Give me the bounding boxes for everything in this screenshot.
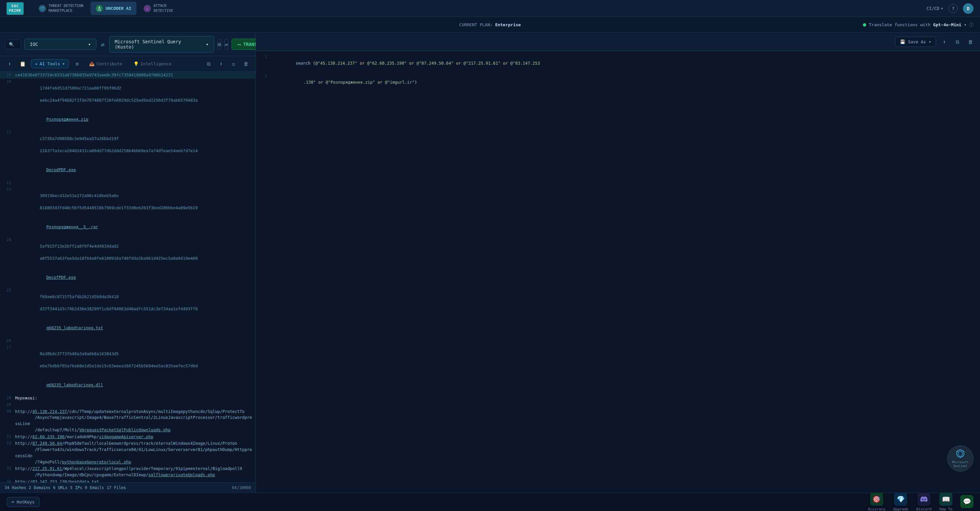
table-row: 25 f69ae6c871575af4b262145b8da36418 d37f…	[0, 287, 256, 319]
plan-label: CURRENT PLAN:	[459, 22, 493, 27]
plan-name: Enterprise	[495, 22, 521, 27]
char-count: 64/10000	[232, 486, 251, 490]
settings-button[interactable]: ⚙	[218, 39, 221, 50]
ips-count: 5	[70, 486, 73, 490]
left-delete-button[interactable]: 🗑	[241, 59, 251, 69]
ai-icon: ✦	[35, 61, 38, 66]
discord-action[interactable]: Discord	[916, 493, 931, 511]
table-row: 30 http://45.130.214.237/cdn/7Temp/updat…	[0, 408, 256, 434]
left-copy-button[interactable]: ⧉	[204, 59, 213, 69]
table-row: DecofPDF.exe	[0, 268, 256, 287]
howto-label: How To	[939, 507, 953, 511]
table-row: q68235_labodtarinog.dll	[0, 376, 256, 395]
main-layout: 🔍 IOC ▾ ⇄ Microsoft Sentinel Query (Kust…	[0, 33, 980, 493]
extra-settings-button[interactable]: ⇌	[224, 39, 228, 50]
nav-item-attack[interactable]: ⚔ ATTACK DETECTIVE	[138, 2, 178, 15]
ai-tools-label: AI Tools	[40, 61, 60, 66]
left-share-button[interactable]: ⬆	[216, 59, 226, 69]
table-row: 20 17d4fe6d51d7500ac721aa08ff95f06d2 eeb…	[0, 79, 256, 110]
emails-count: 0	[85, 486, 87, 490]
right-upload-button[interactable]: ⬆	[939, 37, 949, 47]
left-filter-button[interactable]: ⚖	[229, 59, 239, 69]
keyboard-icon: ⌨	[11, 500, 14, 505]
table-row: DecodPDF.exe	[0, 161, 256, 180]
hotkeys-button[interactable]: ⌨ HotKeys	[6, 497, 40, 507]
left-second-toolbar: ⬆ 📋 ✦ AI Tools ▾ ⚙ 📤 Contribute 💡 Intell…	[0, 56, 256, 72]
sentinel-icon	[956, 449, 965, 460]
upgrade-label: Upgrade	[893, 507, 908, 511]
left-editor[interactable]: 19 ce41636e0733724c6531a9738b035e9743aee…	[0, 72, 256, 482]
left-panel: 🔍 IOC ▾ ⇄ Microsoft Sentinel Query (Kust…	[0, 33, 256, 493]
left-filter-icon: ⚖	[232, 61, 235, 67]
table-row: 22	[0, 180, 256, 186]
paste-button[interactable]: 📋	[18, 59, 27, 69]
translate-model: Gpt-4o-Mini	[933, 22, 961, 27]
nav-item-threat[interactable]: 🛡 THREAT DETECTION MARKETPLACE	[33, 2, 89, 15]
discord-label: Discord	[916, 507, 931, 511]
translate-status-dot	[863, 23, 866, 27]
search-icon: 🔍	[9, 42, 14, 47]
contribute-button[interactable]: 📤 Contribute	[85, 60, 126, 68]
right-copy-icon: ⧉	[956, 39, 959, 45]
hashes-label: Hashes	[12, 486, 26, 490]
domains-count: 2	[29, 486, 31, 490]
translate-functions-bar: Translate functions with Gpt-4o-Mini ▾ ⓘ	[863, 22, 974, 28]
urls-count: 6	[53, 486, 56, 490]
attack-icon: ⚔	[144, 5, 151, 12]
top-nav: SOC PRIME 🛡 THREAT DETECTION MARKETPLACE…	[0, 0, 980, 17]
gear-icon: ⚙	[76, 61, 79, 67]
sentinel-watermark: Microsoft Sentinel	[947, 446, 974, 472]
table-row: 24 5af915f13e2bff2a8f9f4e4d4834dad2 a8f5…	[0, 237, 256, 268]
table-row: 31 http://62.60.235.190/mariadob9Php/vid…	[0, 434, 256, 441]
threat-icon: 🛡	[39, 5, 46, 12]
right-delete-button[interactable]: 🗑	[966, 37, 975, 47]
accuracy-icon: 🎯	[870, 493, 883, 506]
intelligence-button[interactable]: 💡 Intelligence	[130, 60, 175, 68]
right-delete-icon: 🗑	[968, 39, 973, 45]
ai-tools-button[interactable]: ✦ AI Tools ▾	[31, 59, 69, 68]
left-status-bar: 34 Hashes 2 Domains 6 URLs 5 IPs 0 Email…	[0, 482, 256, 493]
table-row: 27 0a38bdc3773fb48a3a9a6b8a163043d5 e6a7…	[0, 344, 256, 376]
save-as-chevron-icon: ▾	[929, 39, 931, 44]
gear-button[interactable]: ⚙	[72, 59, 82, 69]
table-row: Розпорядження.zip	[0, 110, 256, 129]
table-row: 33 http://217.25.91.61/Wp4local/Javascri…	[0, 465, 256, 479]
save-as-button[interactable]: 💾 Save As ▾	[895, 37, 936, 47]
right-copy-button[interactable]: ⧉	[953, 37, 962, 47]
hotkeys-label: HotKeys	[17, 500, 35, 505]
swap-icon[interactable]: ⇄	[100, 40, 106, 49]
help-button[interactable]: ?	[948, 4, 958, 13]
contribute-label: Contribute	[96, 61, 122, 66]
ioc-selector[interactable]: IOC ▾	[24, 39, 96, 50]
chat-icon: 💬	[960, 495, 974, 508]
howto-action[interactable]: 📖 How To	[939, 493, 953, 511]
translate-chevron[interactable]: ▾	[964, 22, 967, 27]
translate-info-icon[interactable]: ⓘ	[969, 22, 974, 28]
ai-chevron-icon: ▾	[62, 61, 65, 66]
table-row: 29	[0, 402, 256, 408]
kql-line-1: 1 search (@"45.130.214.237" or @"62.60.2…	[256, 54, 980, 73]
accuracy-action[interactable]: 🎯 Accuracy	[868, 493, 885, 511]
nav-item-uncoder[interactable]: 🔬 UNCODER AI	[91, 2, 137, 15]
target-selector[interactable]: Microsoft Sentinel Query (Kusto) ▾	[109, 36, 214, 53]
cicd-chevron: ▾	[941, 6, 943, 11]
left-copy-icon: ⧉	[207, 61, 210, 67]
upload-button[interactable]: ⬆	[5, 59, 14, 69]
right-upload-icon: ⬆	[943, 39, 945, 45]
user-avatar[interactable]: D	[963, 3, 974, 14]
left-share-icon: ⬆	[220, 61, 223, 67]
cicd-button[interactable]: CI/CD ▾	[926, 6, 943, 11]
search-bar[interactable]: 🔍	[5, 40, 21, 49]
upgrade-action[interactable]: 💎 Upgrade	[893, 493, 908, 511]
right-editor[interactable]: 1 search (@"45.130.214.237" or @"62.60.2…	[256, 51, 980, 493]
left-delete-icon: 🗑	[244, 61, 248, 67]
contribute-icon: 📤	[89, 61, 94, 66]
table-row: 21 c3726a7d98508c3e945ea57a26bbd19f 21b3…	[0, 129, 256, 161]
domains-label: Domains	[34, 486, 51, 490]
upload-icon: ⬆	[8, 61, 11, 67]
logo-box[interactable]: SOC PRIME	[6, 2, 24, 15]
save-as-label: Save As	[908, 39, 926, 44]
chat-action[interactable]: 💬	[960, 495, 974, 509]
howto-icon: 📖	[939, 493, 953, 506]
translate-btn-icon: ⟷	[238, 41, 240, 47]
